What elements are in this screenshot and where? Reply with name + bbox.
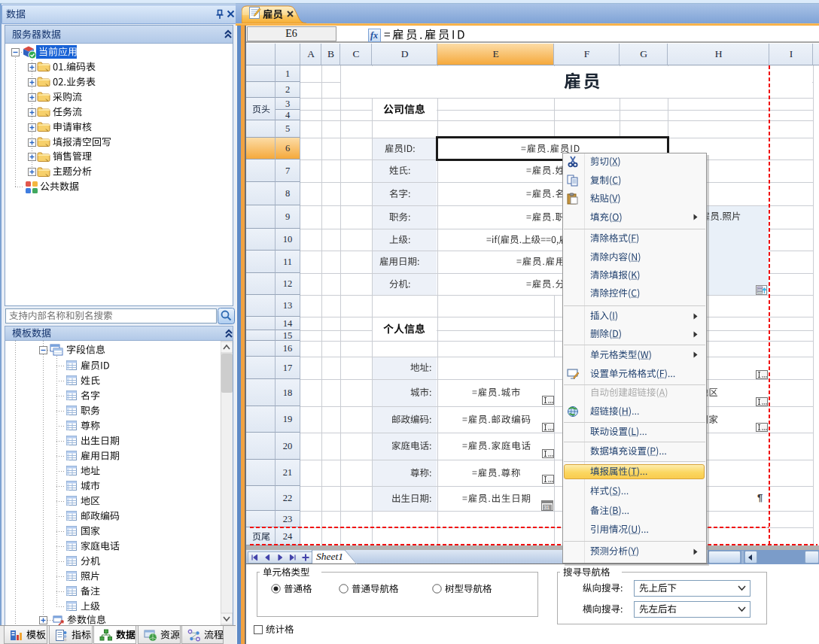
svg-text:fx: fx: [370, 30, 378, 41]
svg-text:31: 31: [543, 505, 550, 510]
